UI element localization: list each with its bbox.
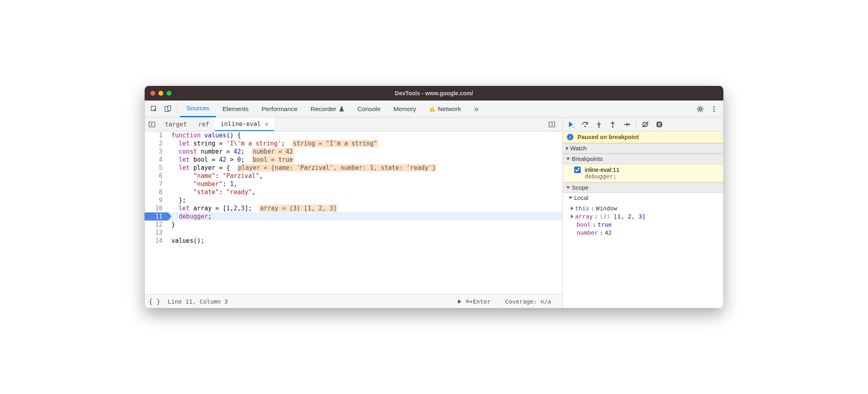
- line-number[interactable]: 1: [145, 131, 168, 139]
- breakpoints-label: Breakpoints: [572, 156, 603, 162]
- filetab-inline-eval-label: inline-eval: [220, 120, 261, 128]
- watch-label: Watch: [570, 145, 587, 152]
- cursor-position: Line 11, Column 3: [168, 298, 228, 305]
- scope-variable-number[interactable]: number: 42: [567, 229, 723, 237]
- inline-value-hint: string = "I'm a string": [292, 140, 378, 147]
- divider: [636, 121, 636, 128]
- line-number-current[interactable]: 11: [145, 212, 168, 221]
- code-line: "state": "ready",: [168, 188, 562, 196]
- tab-network-label: Network: [438, 105, 461, 113]
- inline-value-hint: number = 42: [252, 148, 294, 155]
- step-out-button[interactable]: [607, 119, 619, 130]
- svg-point-6: [713, 106, 714, 107]
- step-into-button[interactable]: [593, 119, 605, 130]
- svg-rect-16: [658, 123, 659, 126]
- code-line: [168, 229, 562, 237]
- flask-icon: [339, 106, 344, 112]
- code-line: function values() {: [168, 131, 562, 139]
- settings-icon[interactable]: [693, 101, 707, 117]
- line-number[interactable]: 13: [145, 229, 168, 237]
- tab-sources[interactable]: Sources: [180, 101, 216, 117]
- line-number[interactable]: 12: [145, 221, 168, 229]
- pause-on-exceptions-button[interactable]: [653, 119, 665, 130]
- svg-point-12: [598, 126, 600, 128]
- tab-performance[interactable]: Performance: [255, 101, 304, 117]
- line-number[interactable]: 5: [145, 164, 168, 172]
- code-line: "name": "Parzival",: [168, 172, 562, 180]
- scope-section-header[interactable]: Scope: [563, 182, 723, 193]
- pretty-print-button[interactable]: { }: [149, 298, 160, 305]
- scope-variable-bool[interactable]: bool: true: [567, 221, 723, 229]
- svg-rect-4: [432, 110, 433, 111]
- close-tab-icon[interactable]: ✕: [265, 121, 268, 127]
- tab-console[interactable]: Console: [351, 101, 387, 117]
- local-label: Local: [574, 195, 588, 201]
- main-area: target ref inline-eval ✕ 1function value…: [145, 118, 723, 308]
- chevron-right-icon: [571, 206, 573, 210]
- panel-tabstrip: Sources Elements Performance Recorder Co…: [145, 101, 723, 118]
- breakpoint-row[interactable]: inline-eval:11 debugger;: [563, 164, 723, 182]
- scope-variable-this[interactable]: this: Window: [567, 204, 723, 212]
- line-number[interactable]: 2: [145, 139, 168, 148]
- kebab-menu-icon[interactable]: [707, 101, 721, 117]
- editor-statusbar: { } Line 11, Column 3 ⌘+Enter Coverage: …: [145, 294, 562, 308]
- line-number[interactable]: 8: [145, 188, 168, 196]
- more-tabs-icon[interactable]: [545, 118, 559, 131]
- svg-rect-3: [432, 108, 433, 110]
- deactivate-breakpoints-button[interactable]: [639, 119, 652, 130]
- line-number[interactable]: 9: [145, 196, 168, 204]
- scope-variable-array[interactable]: array: (3) [1, 2, 3]: [567, 212, 723, 221]
- code-line: values();: [168, 237, 562, 245]
- inline-value-hint: player = {name: 'Parzival', number: 1, s…: [237, 164, 437, 171]
- svg-point-11: [584, 126, 586, 127]
- debugger-toolbar: [563, 118, 723, 131]
- code-line: "number": 1,: [168, 180, 562, 188]
- code-line: const number = 42; number = 42: [168, 148, 562, 156]
- local-scope-header[interactable]: Local: [563, 193, 723, 203]
- tabs-overflow-button[interactable]: »: [468, 101, 485, 117]
- code-line: let array = [1,2,3]; array = (3) [1, 2, …: [168, 204, 562, 212]
- tab-network[interactable]: Network: [423, 101, 468, 117]
- debugger-sidebar: i Paused on breakpoint Watch Breakpoints…: [563, 118, 723, 308]
- inline-value-hint: bool = true: [252, 156, 294, 163]
- play-icon: [457, 299, 462, 304]
- line-number[interactable]: 3: [145, 148, 168, 156]
- step-button[interactable]: [620, 119, 633, 130]
- tab-memory[interactable]: Memory: [387, 101, 423, 117]
- devtools-window: DevTools - www.google.com/ Sources Eleme…: [145, 86, 723, 308]
- code-editor[interactable]: 1function values() { 2 let string = 'I\'…: [145, 131, 562, 294]
- inline-value-hint: array = (3) [1, 2, 3]: [259, 205, 338, 212]
- file-tabstrip: target ref inline-eval ✕: [145, 118, 562, 131]
- window-title: DevTools - www.google.com/: [145, 90, 723, 96]
- watch-section-header[interactable]: Watch: [563, 143, 723, 154]
- step-over-button[interactable]: [579, 119, 591, 130]
- run-snippet-button[interactable]: ⌘+Enter: [457, 298, 490, 305]
- code-line: let string = 'I\'m a string'; string = "…: [168, 139, 562, 148]
- line-number[interactable]: 10: [145, 204, 168, 212]
- code-line: let bool = 42 > 0; bool = true: [168, 156, 562, 164]
- divider: [177, 104, 177, 114]
- line-number[interactable]: 14: [145, 237, 168, 245]
- chevron-right-icon: [571, 214, 573, 218]
- editor-pane: target ref inline-eval ✕ 1function value…: [145, 118, 563, 308]
- tab-recorder[interactable]: Recorder: [304, 101, 351, 117]
- paused-message: Paused on breakpoint: [577, 134, 639, 140]
- tab-elements[interactable]: Elements: [216, 101, 255, 117]
- run-shortcut: ⌘+Enter: [466, 298, 490, 305]
- code-line: let player = { player = {name: 'Parzival…: [168, 164, 562, 172]
- show-navigator-icon[interactable]: [145, 118, 159, 131]
- filetab-target[interactable]: target: [159, 118, 192, 131]
- chevron-down-icon: [569, 197, 573, 199]
- filetab-ref[interactable]: ref: [192, 118, 215, 131]
- info-icon: i: [567, 134, 573, 140]
- breakpoint-checkbox[interactable]: [574, 167, 581, 173]
- filetab-inline-eval[interactable]: inline-eval ✕: [215, 118, 274, 131]
- device-toolbar-icon[interactable]: [161, 101, 175, 117]
- breakpoint-code: debugger;: [574, 173, 719, 180]
- line-number[interactable]: 4: [145, 156, 168, 164]
- breakpoints-section-header[interactable]: Breakpoints: [563, 154, 723, 164]
- line-number[interactable]: 7: [145, 180, 168, 188]
- resume-button[interactable]: [565, 119, 577, 130]
- line-number[interactable]: 6: [145, 172, 168, 180]
- inspect-element-icon[interactable]: [147, 101, 161, 117]
